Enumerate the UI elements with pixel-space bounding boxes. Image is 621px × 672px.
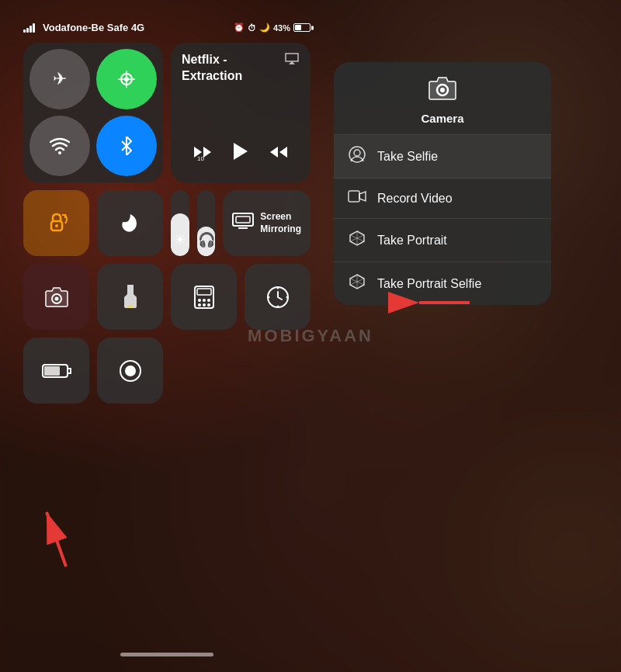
svg-point-17 xyxy=(203,303,206,307)
svg-point-14 xyxy=(203,299,206,302)
svg-rect-25 xyxy=(44,366,60,376)
right-panel: Camera Take Selfie xyxy=(334,16,605,656)
svg-point-15 xyxy=(207,299,210,302)
take-portrait-label: Take Portrait xyxy=(377,234,447,248)
context-menu-title: Camera xyxy=(421,112,463,125)
camera-context-menu: Camera Take Selfie xyxy=(334,62,551,305)
airplane-mode-button[interactable]: ✈ xyxy=(29,49,90,109)
media-title: Netflix - Extraction xyxy=(182,52,284,85)
screen-mirroring-icon xyxy=(232,213,254,234)
svg-point-5 xyxy=(55,224,58,227)
svg-text:10: 10 xyxy=(197,155,204,161)
take-portrait-selfie-label: Take Portrait Selfie xyxy=(377,277,481,291)
status-bar: Vodafone-Be Safe 4G ⏰ ⏱ 🌙 43% xyxy=(16,16,318,43)
record-video-item[interactable]: Record Video xyxy=(334,178,551,219)
svg-point-13 xyxy=(198,299,201,302)
context-menu-header: Camera xyxy=(334,62,551,135)
airplay-icon[interactable] xyxy=(284,52,300,70)
svg-point-18 xyxy=(207,303,210,307)
svg-rect-32 xyxy=(349,191,359,202)
cc-container: ✈ xyxy=(16,43,318,646)
svg-point-21 xyxy=(276,305,279,307)
rotation-lock-button[interactable] xyxy=(23,190,89,256)
calculator-button[interactable] xyxy=(171,264,237,330)
take-portrait-item[interactable]: Take Portrait xyxy=(334,219,551,262)
svg-point-2 xyxy=(58,151,61,154)
svg-point-22 xyxy=(267,296,269,298)
svg-point-23 xyxy=(286,296,288,298)
flashlight-button[interactable] xyxy=(97,264,163,330)
carrier-text: Vodafone-Be Safe 4G xyxy=(43,22,231,33)
cc-row4 xyxy=(23,338,310,404)
screen-record-button[interactable] xyxy=(97,338,163,404)
play-button[interactable] xyxy=(232,141,249,167)
cc-row3 xyxy=(23,264,310,330)
rewind-button[interactable]: 10 xyxy=(191,144,213,165)
wifi-button[interactable] xyxy=(29,116,90,176)
camera-button[interactable] xyxy=(23,264,89,330)
screen-mirroring-button[interactable]: ScreenMirroring xyxy=(223,190,310,256)
portrait-selfie-icon xyxy=(348,273,366,294)
svg-point-31 xyxy=(354,150,360,156)
do-not-disturb-button[interactable] xyxy=(97,190,163,256)
svg-point-27 xyxy=(125,365,136,376)
screen-mirroring-label: ScreenMirroring xyxy=(260,211,301,235)
brightness-slider[interactable]: ☀ xyxy=(171,190,189,256)
record-video-label: Record Video xyxy=(377,192,453,206)
context-camera-icon xyxy=(428,76,457,107)
svg-point-20 xyxy=(276,286,279,289)
home-indicator xyxy=(120,653,213,656)
selfie-icon xyxy=(348,146,366,167)
svg-point-9 xyxy=(54,296,58,300)
svg-point-16 xyxy=(198,303,201,307)
portrait-icon xyxy=(348,230,366,251)
moon-status-icon: 🌙 xyxy=(259,23,270,33)
bluetooth-button[interactable] xyxy=(96,116,157,176)
clock-button[interactable] xyxy=(245,264,310,330)
battery-icon xyxy=(293,23,310,32)
cc-row2: ☀ 🎧 ScreenMirroring xyxy=(23,190,310,256)
control-center-panel: Vodafone-Be Safe 4G ⏰ ⏱ 🌙 43% ✈ xyxy=(16,16,318,656)
media-header: Netflix - Extraction xyxy=(182,52,300,85)
cellular-button[interactable] xyxy=(96,49,157,109)
status-icons: ⏰ ⏱ 🌙 43% xyxy=(234,23,310,33)
alarm-icon: ⏰ xyxy=(234,23,245,33)
take-portrait-selfie-item[interactable]: Take Portrait Selfie xyxy=(334,262,551,305)
video-icon xyxy=(348,189,366,207)
media-player: Netflix - Extraction xyxy=(171,43,310,182)
svg-rect-7 xyxy=(236,216,250,223)
timer-status-icon: ⏱ xyxy=(248,23,256,33)
battery-percent: 43% xyxy=(273,23,290,33)
cc-top-row: ✈ xyxy=(23,43,310,182)
svg-rect-12 xyxy=(197,289,211,295)
volume-slider[interactable]: 🎧 xyxy=(197,190,216,256)
forward-button[interactable] xyxy=(269,144,290,165)
battery-widget-button[interactable] xyxy=(23,338,89,404)
media-controls: 10 xyxy=(182,135,300,173)
take-selfie-label: Take Selfie xyxy=(377,150,438,164)
connectivity-grid: ✈ xyxy=(23,43,163,182)
svg-point-10 xyxy=(127,305,134,308)
svg-point-29 xyxy=(440,88,445,92)
signal-icon xyxy=(23,23,35,33)
take-selfie-item[interactable]: Take Selfie xyxy=(334,135,551,178)
